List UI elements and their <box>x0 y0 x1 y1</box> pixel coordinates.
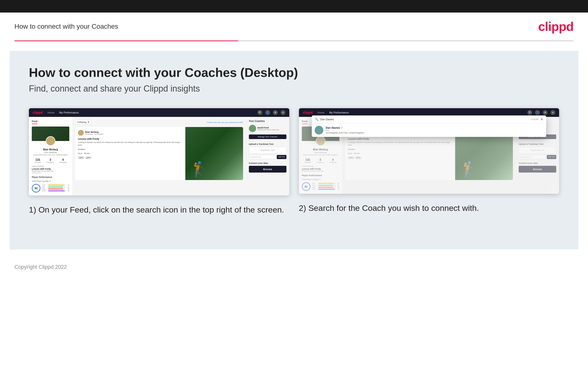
trackman-placeholder-1: Trackman Link <box>249 147 286 154</box>
profile-club-1: Royal North Devon Golf Club, United King… <box>32 154 69 156</box>
activity-title-1: Lesson with Fordy <box>32 168 69 170</box>
coaches-sidebar-1: Your Coaches David Ford Royal North Devo… <box>246 117 289 195</box>
clippd-logo: clippd <box>538 19 574 34</box>
manage-coaches-btn[interactable]: Manage Your Coaches <box>249 135 286 139</box>
nav-my-performance-2[interactable]: My Performance <box>329 111 349 114</box>
result-avatar <box>315 126 324 135</box>
result-name: Dan Davies ✓ <box>326 126 364 129</box>
result-role: Pro <box>326 129 364 132</box>
avatar-icon-2[interactable]: ● <box>551 110 555 115</box>
stat-followers: 3 Followers <box>47 158 54 163</box>
copyright: Copyright Clippd 2022 <box>0 259 588 275</box>
coaches-title-1: Your Coaches <box>249 120 286 122</box>
bar-putt: PUTT 96 <box>42 190 69 192</box>
search-result-item[interactable]: Dan Davies ✓ Pro Sunningdale Golf Club, … <box>312 123 546 137</box>
coach-sub-feed: Yesterday · Sunningdale <box>85 133 104 135</box>
search-input-text[interactable]: Dan Davies <box>320 118 531 121</box>
profile-icon-2[interactable]: 👤 <box>535 110 540 115</box>
trackman-section-2: Upload a Trackman Test Trackman Link Tra… <box>519 143 556 159</box>
tag-off: OFF <box>78 156 84 159</box>
app-logo-2: clippd <box>303 110 313 114</box>
arccos-logo-1: Arccos <box>249 166 286 173</box>
player-perf-1: Player Performance Total Player Quality … <box>32 176 69 193</box>
nav-icons-1: 🔍 👤 ⚙ ● <box>257 110 285 115</box>
tag-app: APP <box>85 156 91 159</box>
step-2-text: 2) Search for the Coach you wish to conn… <box>299 202 559 214</box>
coach-david-name: David Ford <box>257 127 279 129</box>
connect-section-2: Connect your data Arccos <box>519 162 556 173</box>
coach-avatar-feed <box>78 130 84 136</box>
app-body-1: Feed Blair McHarg Plus Handicap Royal No… <box>29 117 289 195</box>
feed-tab-1[interactable]: Feed <box>32 120 37 124</box>
nav-my-performance-1[interactable]: My Performance <box>60 111 79 114</box>
feed-main-1: Following ▼ Control who can see your act… <box>72 117 246 195</box>
upload-title-1: Upload a Trackman Test <box>249 143 286 145</box>
search-icon[interactable]: 🔍 <box>257 110 262 115</box>
nav-home-1[interactable]: Home <box>47 111 54 114</box>
trackman-input-1[interactable]: Trackman Link <box>249 155 276 159</box>
lesson-info-1: Blair McHarg Yesterday · Sunningdale Les… <box>75 127 185 180</box>
quality-bars-1: OTT 90 APP 85 <box>42 184 69 192</box>
search-overlay: 🔍 Dan Davies CLEAR ✕ Dan Davies ✓ <box>312 115 546 137</box>
bar-arg: ARG 86 <box>42 188 69 190</box>
result-club: Sunningdale Golf Club, United Kingdom <box>326 132 364 134</box>
search-icon-2[interactable]: 🔍 <box>527 110 532 115</box>
coach-david-avatar <box>249 125 256 132</box>
control-link-1[interactable]: Control who can see your activity and da… <box>207 121 243 123</box>
quality-score-1: 92 <box>32 184 40 193</box>
profile-club-2: Royal North Devon Golf Club, United King… <box>302 154 339 156</box>
screenshot-2-block: clippd Home My Performance 🔍 👤 ⚙ ● <box>299 108 559 216</box>
app-logo-1: clippd <box>33 110 43 114</box>
header-divider <box>14 40 574 41</box>
lesson-notes-1: Looking to feel like my hands are exitin… <box>78 141 183 146</box>
lesson-time-1: 01 hr : 30 min <box>78 152 183 155</box>
connect-title-1: Connect your data <box>249 162 286 164</box>
trackman-input-row: Trackman Link Add Link <box>249 155 286 159</box>
profile-avatar-2 <box>316 136 325 146</box>
trackman-section-1: Upload a Trackman Test Trackman Link Tra… <box>249 143 286 159</box>
coach-david-club: Royal North Devon Golf Club <box>257 129 279 131</box>
activity-date-1: 03 Aug 2022 <box>32 172 69 174</box>
top-bar <box>0 0 588 12</box>
verified-icon: ✓ <box>341 127 343 129</box>
following-header-1: Following ▼ Control who can see your act… <box>75 120 243 125</box>
bar-ott: OTT 90 <box>42 184 69 186</box>
screenshot-2-frame: clippd Home My Performance 🔍 👤 ⚙ ● <box>299 108 559 194</box>
main-subtitle: Find, connect and share your Clippd insi… <box>29 84 559 94</box>
settings-icon-2[interactable]: ⚙ <box>543 110 548 115</box>
screenshot-1-frame: clippd Home My Performance 🔍 👤 ⚙ ● <box>29 108 289 195</box>
profile-hcp-2: Plus Handicap <box>302 151 339 154</box>
close-search-button[interactable]: ✕ <box>540 117 543 121</box>
profile-hcp-1: Plus Handicap <box>32 151 69 154</box>
stat-activities: 131 Activities <box>35 158 41 163</box>
nav-home-2[interactable]: Home <box>317 111 325 114</box>
header: How to connect with your Coaches clippd <box>0 12 588 40</box>
lesson-card-1: Blair McHarg Yesterday · Sunningdale Les… <box>75 127 243 180</box>
quality-row-1: 92 OTT 90 APP <box>32 184 69 193</box>
step-1-text: 1) On your Feed, click on the search ico… <box>29 204 289 216</box>
profile-name-2: Blair McHarg <box>302 148 339 151</box>
stat-following: 4 Following <box>60 158 67 163</box>
lesson-duration-1: Duration <box>78 148 183 150</box>
add-link-btn-1[interactable]: Add Link <box>277 155 286 159</box>
profile-icon[interactable]: 👤 <box>265 110 270 115</box>
main-content: How to connect with your Coaches (Deskto… <box>10 51 578 249</box>
screenshots-row: clippd Home My Performance 🔍 👤 ⚙ ● <box>29 108 559 216</box>
coach-card-david: David Ford Royal North Devon Golf Club <box>249 125 286 132</box>
profile-name-1: Blair McHarg <box>32 148 69 151</box>
app-mockup-1: clippd Home My Performance 🔍 👤 ⚙ ● <box>29 108 289 195</box>
profile-sidebar-1: Feed Blair McHarg Plus Handicap Royal No… <box>29 117 72 195</box>
main-title: How to connect with your Coaches (Deskto… <box>29 65 559 80</box>
profile-avatar-1 <box>46 136 55 146</box>
app-mockup-2: clippd Home My Performance 🔍 👤 ⚙ ● <box>299 108 559 194</box>
avatar-icon[interactable]: ● <box>281 110 285 115</box>
following-button[interactable]: Following ▼ <box>75 120 92 125</box>
bar-app: APP 85 <box>42 186 69 188</box>
lesson-tags: OFF APP <box>78 156 183 159</box>
lesson-title-1: Lesson with Fordy <box>78 138 183 140</box>
settings-icon[interactable]: ⚙ <box>273 110 278 115</box>
clear-button[interactable]: CLEAR <box>531 118 538 120</box>
stats-row-1: 131 Activities 3 Followers 4 Following <box>32 158 69 163</box>
app-nav-1: clippd Home My Performance 🔍 👤 ⚙ ● <box>29 108 289 117</box>
golfer-figure: 🏌️ <box>190 160 208 178</box>
